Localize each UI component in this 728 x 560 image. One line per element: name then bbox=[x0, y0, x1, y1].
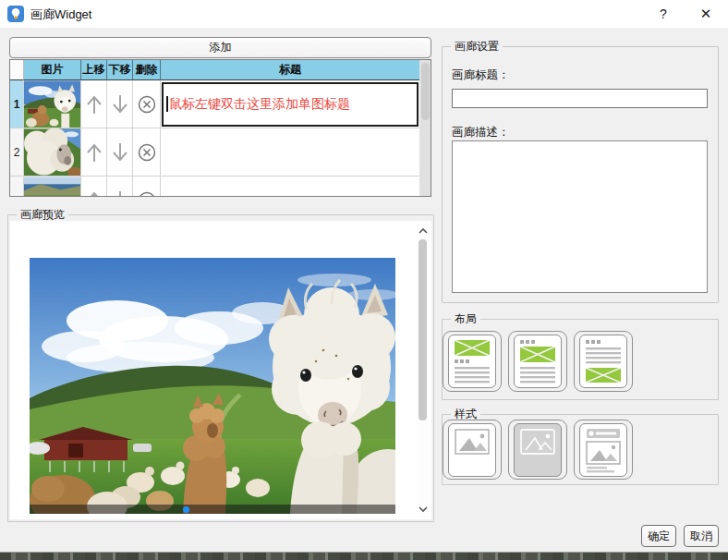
layout-option-image-middle[interactable] bbox=[508, 331, 567, 392]
delete-circle-x-icon bbox=[137, 142, 157, 163]
style-option-card-light[interactable] bbox=[443, 420, 502, 480]
delete-circle-x-icon bbox=[137, 190, 157, 198]
style-card-gray-icon bbox=[514, 423, 562, 477]
row-number[interactable]: 3 bbox=[10, 177, 24, 197]
down-arrow-icon bbox=[110, 92, 130, 116]
table-corner-header bbox=[10, 60, 24, 80]
up-arrow-icon bbox=[84, 140, 104, 164]
table-scrollbar-thumb[interactable] bbox=[421, 63, 430, 120]
background-window-sliver bbox=[0, 552, 728, 560]
move-up-button[interactable] bbox=[81, 128, 107, 177]
row-thumbnail-alpaca-herd[interactable] bbox=[24, 80, 81, 128]
layout-label: 布局 bbox=[451, 312, 480, 326]
gallery-title-input[interactable] bbox=[452, 89, 708, 108]
style-card-light-icon bbox=[448, 423, 496, 477]
style-option-card-detailed[interactable] bbox=[574, 420, 633, 480]
delete-row-button[interactable] bbox=[133, 177, 161, 197]
table-scrollbar[interactable] bbox=[419, 60, 431, 196]
layout-image-middle-icon bbox=[514, 335, 562, 388]
column-header-move-up: 上移 bbox=[81, 60, 107, 80]
style-option-card-gray[interactable] bbox=[508, 420, 567, 480]
move-up-button[interactable] bbox=[81, 80, 107, 128]
gallery-title-label: 画廊标题： bbox=[452, 67, 510, 83]
up-arrow-icon bbox=[84, 189, 104, 198]
title-hint-text: 鼠标左键双击这里添加单图标题 bbox=[169, 96, 350, 113]
gallery-preview-group: 画廊预览 bbox=[7, 214, 434, 522]
row-number[interactable]: 2 bbox=[10, 128, 24, 177]
delete-row-button[interactable] bbox=[133, 128, 161, 177]
column-header-move-down: 下移 bbox=[107, 60, 133, 80]
gallery-settings-label: 画廊设置 bbox=[451, 40, 503, 54]
move-down-button[interactable] bbox=[107, 177, 133, 197]
layout-option-image-top[interactable] bbox=[443, 331, 502, 392]
cancel-button[interactable]: 取消 bbox=[684, 525, 719, 547]
window-title: 画廊Widget bbox=[30, 6, 91, 23]
column-header-image: 图片 bbox=[24, 60, 81, 80]
layout-image-top-icon bbox=[448, 335, 496, 388]
layout-option-image-bottom[interactable] bbox=[574, 331, 633, 392]
close-button[interactable]: ✕ bbox=[691, 0, 721, 28]
gallery-settings-group: 画廊设置 画廊标题： 画廊描述： bbox=[442, 46, 719, 303]
delete-circle-x-icon bbox=[137, 94, 157, 115]
pagination-dot[interactable] bbox=[183, 506, 189, 513]
preview-scrollbar-thumb[interactable] bbox=[419, 239, 427, 420]
row-thumbnail-coast-landscape[interactable] bbox=[24, 177, 81, 197]
scroll-up-icon bbox=[418, 225, 429, 237]
help-button[interactable]: ? bbox=[649, 0, 678, 28]
image-table: 图片 上移 下移 删除 标题 1 bbox=[9, 59, 431, 197]
ok-button[interactable]: 确定 bbox=[641, 525, 676, 547]
up-arrow-icon bbox=[84, 92, 104, 116]
column-header-title: 标题 bbox=[161, 60, 420, 80]
layout-group: 布局 bbox=[442, 319, 719, 400]
app-icon bbox=[7, 6, 24, 22]
preview-scrollbar[interactable] bbox=[417, 223, 430, 517]
down-arrow-icon bbox=[110, 140, 130, 164]
text-caret bbox=[166, 96, 168, 112]
move-down-button[interactable] bbox=[107, 128, 133, 177]
preview-canvas bbox=[10, 221, 431, 519]
style-card-detailed-icon bbox=[579, 423, 627, 477]
row-thumbnail-white-alpaca-closeup[interactable] bbox=[24, 128, 81, 177]
title-cell[interactable] bbox=[161, 177, 420, 197]
down-arrow-icon bbox=[110, 189, 130, 198]
preview-caption-bar bbox=[30, 505, 395, 514]
move-up-button[interactable] bbox=[81, 177, 107, 197]
layout-image-bottom-icon bbox=[579, 335, 627, 388]
gallery-description-textarea[interactable] bbox=[452, 140, 708, 293]
style-group: 样式 bbox=[442, 414, 719, 485]
add-image-button[interactable]: 添加 bbox=[9, 37, 431, 58]
scroll-down-icon bbox=[418, 504, 429, 515]
title-cell[interactable]: 鼠标左键双击这里添加单图标题 bbox=[161, 80, 420, 128]
title-cell[interactable] bbox=[161, 128, 420, 177]
title-bar: 画廊Widget ? ✕ bbox=[0, 0, 728, 28]
title-edit-box[interactable]: 鼠标左键双击这里添加单图标题 bbox=[162, 82, 419, 127]
gallery-preview-label: 画廊预览 bbox=[17, 208, 68, 222]
gallery-description-label: 画廊描述： bbox=[452, 125, 510, 140]
move-down-button[interactable] bbox=[107, 80, 133, 128]
preview-image-alpaca bbox=[30, 258, 395, 514]
delete-row-button[interactable] bbox=[133, 80, 161, 128]
row-number[interactable]: 1 bbox=[10, 80, 24, 128]
column-header-delete: 删除 bbox=[133, 60, 161, 80]
